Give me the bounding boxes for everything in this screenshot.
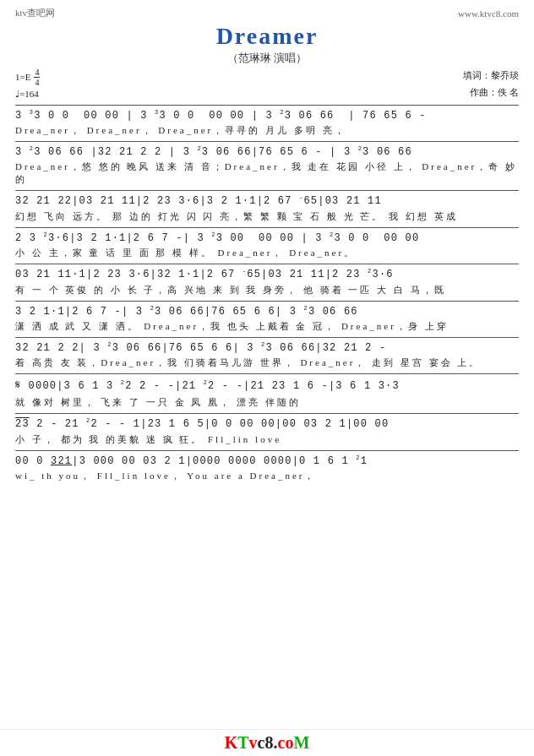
notation-8: 𝄋 0000|3 6 1 3 22 2 - -|21 22 - -|21 23 …	[15, 373, 519, 396]
notation-4: 2 3 23·6|3 2 1·1|2 6 7 -| 3 23 00 00 00 …	[15, 227, 519, 247]
title-block: Dreamer （范琳琳 演唱）	[15, 23, 519, 66]
footer-bar: KTvc8.coM	[0, 729, 534, 756]
lyric-10: wi_ th you， Fll_lin love， You are a Drea…	[15, 470, 519, 485]
notation-9: 23 2 - 21 22 - - 1|23 1 6 5|0 0 00 00|00…	[15, 413, 519, 432]
row-10: 00 0 321|3 000 00 03 2 1|0000 0000 0000|…	[15, 450, 519, 485]
row-5: 03 21 11·1|2 23 3·6|32 1·1|2 67 -65|03 2…	[15, 264, 519, 298]
row-4: 2 3 23·6|3 2 1·1|2 6 7 -| 3 23 00 00 00 …	[15, 227, 519, 262]
lyric-6: 潇 洒 成 武 又 潇 洒。 Drea_ner，我 也头 上戴着 金 冠， Dr…	[15, 320, 519, 335]
lyric-5: 有 一 个 英俊 的 小 长 子，高 兴地 来 到 我 身旁， 他 骑着 一匹 …	[15, 284, 519, 299]
key-label: 1=E	[15, 70, 30, 84]
lyric-1: Drea_ner， Drea_ner， Drea_ner，寻寻的 月儿 多明 亮…	[15, 124, 519, 139]
row-9: 23 2 - 21 22 - - 1|23 1 6 5|0 0 00 00|00…	[15, 413, 519, 448]
notation-3: 32 21 22|03 21 11|2 23 3·6|3 2 1·1|2 67 …	[15, 190, 519, 209]
notation-2: 3 23 06 66 |32 21 2 2 | 3 23 06 66|76 65…	[15, 141, 519, 160]
site-right: www.ktvc8.com	[458, 8, 519, 19]
header-bar: ktv查吧网 www.ktvc8.com	[15, 7, 519, 19]
lyrics-by: 填词：黎乔琰	[463, 68, 519, 84]
lyric-2: Drea_ner，悠 悠的 晚风 送来 清 音；Drea_ner，我 走在 花园…	[15, 160, 519, 188]
row-7: 32 21 2 2| 3 23 06 66|76 65 6 6| 3 23 06…	[15, 337, 519, 372]
song-subtitle: （范琳琳 演唱）	[15, 51, 519, 66]
notation-1: 3 33 0 0 00 00 | 3 33 0 0 00 00 | 3 23 0…	[15, 105, 519, 124]
composed-by: 作曲：佚 名	[463, 84, 519, 101]
row-3: 32 21 22|03 21 11|2 23 3·6|3 2 1·1|2 67 …	[15, 190, 519, 225]
meta-left: 1=E 4 4 ♩=164	[15, 68, 40, 101]
bpm-label: ♩=164	[15, 87, 40, 101]
notation-5: 03 21 11·1|2 23 3·6|32 1·1|2 67 -65|03 2…	[15, 264, 519, 283]
page-wrapper: ktv查吧网 www.ktvc8.com Dreamer （范琳琳 演唱） 1=…	[0, 0, 534, 756]
row-1: 3 33 0 0 00 00 | 3 33 0 0 00 00 | 3 23 0…	[15, 105, 519, 139]
notation-10: 00 0 321|3 000 00 03 2 1|0000 0000 0000|…	[15, 450, 519, 470]
lyric-8: 就 像对 树里， 飞来 了 一只 金 凤 凰， 漂亮 伴随的	[15, 396, 519, 411]
segno-sign: 𝄋	[15, 378, 21, 392]
meta-block: 1=E 4 4 ♩=164 填词：黎乔琰 作曲：佚 名	[15, 68, 519, 101]
site-left: ktv查吧网	[15, 7, 55, 19]
lyric-9: 小 子， 都为 我 的美貌 迷 疯 狂。 Fll_lin love	[15, 433, 519, 449]
lyric-7: 着 高贵 友 装，Drea_ner，我 们骑着马儿游 世界， Drea_ner，…	[15, 356, 519, 372]
notation-6: 3 2 1·1|2 6 7 -| 3 23 06 66|76 65 6 6| 3…	[15, 301, 519, 320]
song-title: Dreamer	[15, 23, 519, 50]
row-8: 𝄋 0000|3 6 1 3 22 2 - -|21 22 - -|21 23 …	[15, 373, 519, 411]
row-6: 3 2 1·1|2 6 7 -| 3 23 06 66|76 65 6 6| 3…	[15, 301, 519, 335]
row-2: 3 23 06 66 |32 21 2 2 | 3 23 06 66|76 65…	[15, 141, 519, 188]
tempo-info: 1=E 4 4	[15, 68, 40, 87]
notation-7: 32 21 2 2| 3 23 06 66|76 65 6 6| 3 23 06…	[15, 337, 519, 356]
lyric-4: 小 公 主，家 童 话 里 面 那 模 样。 Drea_ner， Drea_ne…	[15, 247, 519, 262]
lyric-3: 幻想 飞向 远方。 那 边的 灯光 闪 闪 亮，繁 繁 颗 宝 石 般 光 芒。…	[15, 210, 519, 226]
time-signature: 4 4	[34, 68, 40, 87]
meta-right: 填词：黎乔琰 作曲：佚 名	[463, 68, 519, 101]
footer-logo: KTvc8.coM	[225, 733, 310, 753]
